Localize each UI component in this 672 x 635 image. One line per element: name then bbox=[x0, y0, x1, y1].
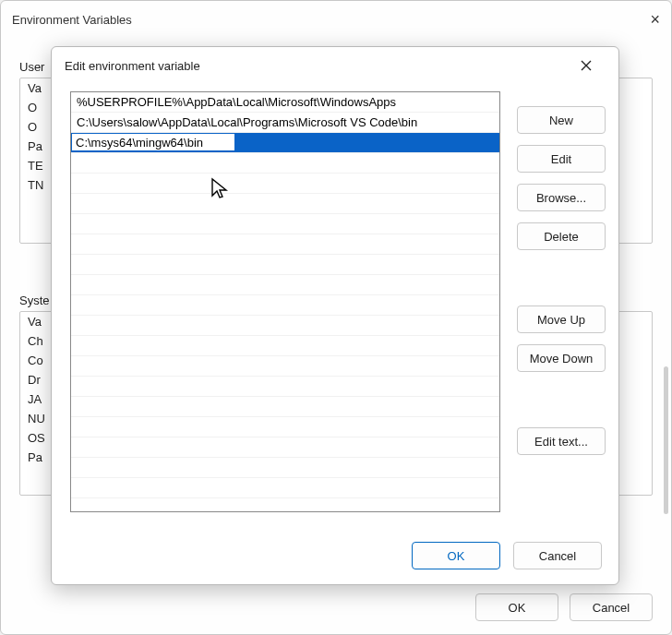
new-button[interactable]: New bbox=[517, 106, 606, 134]
empty-row bbox=[71, 458, 499, 478]
empty-row bbox=[71, 478, 499, 498]
empty-row bbox=[71, 356, 499, 377]
parent-titlebar: Environment Variables × bbox=[1, 1, 671, 38]
empty-row bbox=[71, 174, 499, 194]
modal-cancel-button[interactable]: Cancel bbox=[513, 542, 602, 569]
empty-row bbox=[71, 214, 499, 234]
empty-row bbox=[71, 316, 499, 336]
empty-row bbox=[71, 437, 499, 458]
edit-env-var-dialog: Edit environment variable %USERPROFILE%\… bbox=[51, 46, 619, 585]
path-entry-row[interactable]: %USERPROFILE%\AppData\Local\Microsoft\Wi… bbox=[71, 92, 499, 113]
delete-button[interactable]: Delete bbox=[517, 222, 606, 250]
path-entry-edit-input[interactable] bbox=[71, 133, 235, 151]
empty-row bbox=[71, 336, 499, 356]
empty-row bbox=[71, 153, 499, 174]
empty-row bbox=[71, 397, 499, 417]
parent-button-row: OK Cancel bbox=[1, 582, 671, 634]
empty-row bbox=[71, 234, 499, 255]
parent-close-icon[interactable]: × bbox=[623, 10, 660, 30]
modal-titlebar: Edit environment variable bbox=[52, 47, 618, 84]
modal-title-text: Edit environment variable bbox=[65, 59, 200, 73]
path-entry-row[interactable]: C:\Users\salow\AppData\Local\Programs\Mi… bbox=[71, 113, 499, 133]
edit-button[interactable]: Edit bbox=[517, 145, 606, 173]
side-buttons-column: New Edit Browse... Delete Move Up Move D… bbox=[517, 91, 606, 531]
empty-row bbox=[71, 295, 499, 316]
path-entries-listbox[interactable]: %USERPROFILE%\AppData\Local\Microsoft\Wi… bbox=[70, 91, 500, 512]
browse-button[interactable]: Browse... bbox=[517, 184, 606, 211]
close-icon bbox=[581, 60, 592, 71]
modal-close-button[interactable] bbox=[567, 52, 606, 79]
modal-ok-button[interactable]: OK bbox=[412, 542, 500, 569]
parent-window-title: Environment Variables bbox=[12, 13, 132, 27]
move-down-button[interactable]: Move Down bbox=[517, 344, 606, 372]
scrollbar-thumb[interactable] bbox=[664, 366, 668, 514]
empty-row bbox=[71, 417, 499, 437]
empty-row bbox=[71, 194, 499, 214]
edit-text-button[interactable]: Edit text... bbox=[517, 427, 606, 455]
move-up-button[interactable]: Move Up bbox=[517, 306, 606, 333]
modal-footer: OK Cancel bbox=[52, 531, 618, 584]
empty-row bbox=[71, 275, 499, 295]
empty-row bbox=[71, 377, 499, 397]
parent-ok-button[interactable]: OK bbox=[475, 593, 558, 621]
parent-cancel-button[interactable]: Cancel bbox=[570, 593, 653, 621]
empty-row bbox=[71, 255, 499, 275]
